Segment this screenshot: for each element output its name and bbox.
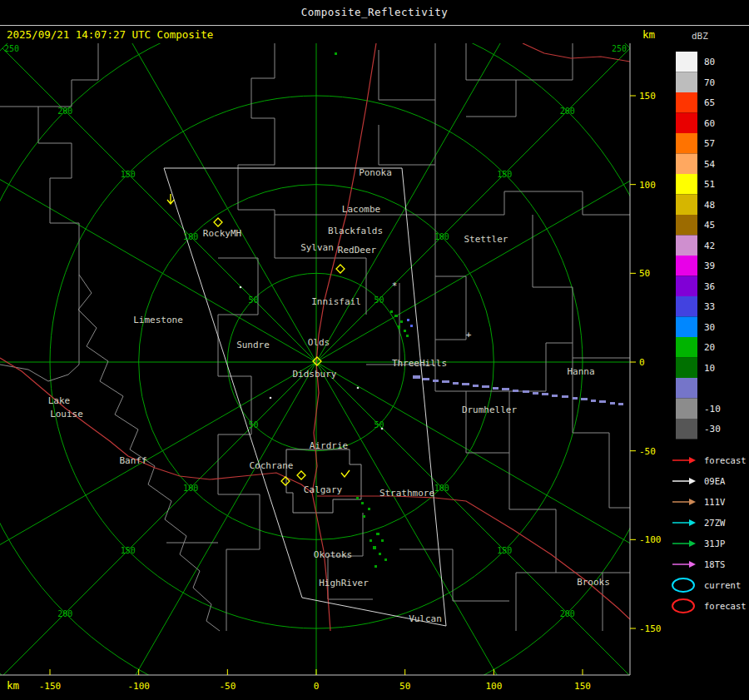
radar-echo	[356, 497, 359, 499]
range-ring-label: 200	[560, 609, 575, 618]
legend-label: 31JP	[704, 539, 725, 549]
radar-echo	[523, 390, 529, 393]
radar-echo	[618, 403, 623, 405]
radar-echo	[381, 539, 384, 542]
legend-label: forecast	[704, 455, 747, 465]
colorbar-value-label: 20	[704, 342, 715, 353]
radar-echo	[502, 388, 509, 390]
city-label: Blackfalds	[328, 226, 383, 236]
range-ring-label: 200	[57, 609, 72, 618]
legend-label: 09EA	[704, 476, 726, 486]
colorbar-swatch	[676, 236, 697, 256]
radar-screen: Composite_Reflectivity 2025/09/21 14:07:…	[0, 0, 749, 700]
radar-echo	[404, 330, 406, 332]
range-ring-label: 100	[183, 232, 198, 241]
city-label: Airdrie	[310, 440, 348, 451]
radar-echo	[423, 378, 429, 380]
range-ring-label: 50	[249, 420, 259, 429]
colorbar-swatch	[676, 52, 697, 72]
colorbar-swatch	[676, 317, 697, 338]
city-label: RedDeer	[338, 245, 377, 256]
city-label: Sylvan	[300, 242, 334, 253]
radar-echo	[370, 539, 372, 542]
town-dot	[240, 286, 242, 289]
radar-echo	[442, 380, 449, 383]
radar-echo	[473, 385, 479, 387]
x-tick-label: 100	[485, 681, 502, 692]
city-label: Brooks	[577, 577, 610, 588]
y-tick-label: 100	[639, 180, 656, 191]
y-tick-label: -50	[639, 446, 656, 457]
city-label: Strathmore	[379, 488, 434, 499]
range-ring-label: 200	[560, 107, 575, 116]
y-tick-label: 0	[639, 357, 645, 368]
radar-echo	[374, 565, 377, 568]
range-ring-label: 150	[497, 170, 512, 179]
city-label: Ponoka	[359, 167, 392, 178]
city-label: Olds	[308, 337, 330, 348]
city-label: Stettler	[464, 234, 508, 245]
timestamp: 2025/09/21 14:07:27 UTC Composite	[7, 28, 213, 41]
x-tick-label: 150	[574, 681, 591, 692]
range-ring-label: 150	[121, 170, 136, 179]
radar-echo	[482, 385, 489, 388]
city-label: Banff	[119, 455, 146, 466]
x-tick-label: -50	[219, 681, 236, 692]
radar-echo	[363, 515, 365, 518]
radar-echo	[513, 390, 518, 392]
colorbar-value-label: 70	[704, 77, 715, 88]
town-dot	[357, 387, 360, 390]
radar-echo	[462, 383, 469, 385]
colorbar-swatch	[676, 72, 697, 93]
colorbar-value-label: 45	[704, 220, 715, 231]
colorbar-swatch	[676, 195, 697, 216]
colorbar-swatch	[676, 133, 697, 154]
range-ring-label: 150	[121, 546, 136, 555]
radar-echo	[493, 387, 499, 390]
radar-echo	[394, 315, 398, 317]
radar-echo	[562, 395, 568, 398]
city-label: Innisfail	[311, 296, 361, 307]
colorbar-value-label: 42	[704, 241, 715, 251]
city-label: HighRiver	[319, 578, 369, 588]
radar-echo	[407, 319, 409, 321]
range-ring-label: 250	[4, 44, 19, 53]
radar-echo	[410, 325, 413, 327]
colorbar-value-label: 30	[704, 322, 715, 333]
colorbar-value-label: 39	[704, 261, 715, 271]
city-label: Calgary	[304, 484, 343, 495]
radar-echo	[400, 320, 403, 323]
radar-echo	[379, 553, 381, 555]
city-label: Drumheller	[462, 405, 518, 415]
radar-echo	[453, 382, 459, 385]
colorbar-swatch	[676, 296, 697, 317]
colorbar-swatch	[676, 378, 697, 399]
colorbar-value-label: 54	[704, 159, 716, 170]
legend-label: 27ZW	[704, 518, 726, 528]
range-ring-label: 50	[249, 295, 259, 305]
city-label: Limestone	[133, 315, 183, 325]
colorbar-swatch	[676, 92, 697, 113]
town-dot	[270, 397, 272, 400]
colorbar-swatch	[676, 113, 697, 134]
town-dot	[381, 428, 384, 430]
radar-echo	[413, 375, 420, 379]
y-tick-label: 50	[639, 268, 650, 279]
colorbar-swatch	[676, 337, 697, 358]
radar-echo	[599, 400, 606, 403]
radar-echo	[610, 402, 615, 405]
city-label: Okotoks	[314, 549, 352, 560]
y-tick-label: -150	[639, 623, 662, 634]
range-ring-label: 150	[497, 546, 512, 555]
legend-label: forecast	[704, 601, 747, 611]
city-label: Lacombe	[342, 204, 380, 215]
colorbar-swatch	[676, 419, 697, 439]
colorbar-value-label: 51	[704, 179, 715, 190]
radar-echo	[390, 310, 393, 313]
colorbar-value-label: -30	[704, 424, 721, 434]
legend-label: 18TS	[704, 559, 725, 569]
plus-marker: +	[466, 330, 472, 340]
colorbar-value-label: 48	[704, 200, 715, 211]
window-title: Composite_Reflectivity	[301, 6, 449, 18]
colorbar-swatch	[676, 174, 697, 195]
